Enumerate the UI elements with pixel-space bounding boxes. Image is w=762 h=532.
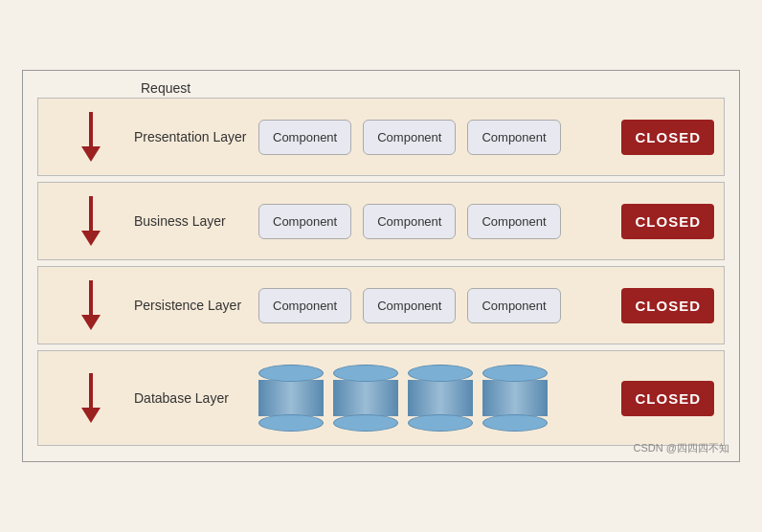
watermark: CSDN @四四四不知 <box>634 441 729 455</box>
component-box: Component <box>467 204 560 239</box>
arrow-line <box>89 373 93 408</box>
component-box: Component <box>467 120 560 155</box>
cylinder-body <box>482 380 548 416</box>
database-cylinders: CLOSED <box>258 365 714 432</box>
arrow-line <box>89 280 93 315</box>
cylinder-bottom <box>258 414 324 432</box>
presentation-components: Component Component Component CLOSED <box>258 120 714 155</box>
cylinder-top <box>482 365 548 382</box>
cylinder-3 <box>408 365 473 432</box>
arrow-head <box>81 315 101 330</box>
arrow-down-database <box>81 373 101 423</box>
cylinder-4 <box>482 365 548 432</box>
closed-badge-database: CLOSED <box>621 381 714 416</box>
cylinder-top <box>333 365 398 382</box>
component-box: Component <box>363 120 456 155</box>
arrow-col-presentation <box>48 112 134 162</box>
arrow-head <box>81 146 101 162</box>
cylinder-2 <box>333 365 398 432</box>
persistence-components: Component Component Component CLOSED <box>258 288 714 323</box>
component-box: Component <box>363 204 456 239</box>
component-box: Component <box>363 288 456 323</box>
cylinder-body <box>408 380 473 416</box>
closed-badge-presentation: CLOSED <box>621 120 714 155</box>
arrow-col-business <box>48 196 134 246</box>
component-box: Component <box>258 120 351 155</box>
cylinder-bottom <box>408 414 473 432</box>
arrow-down-presentation <box>81 112 101 162</box>
arrow-col-database <box>48 373 134 423</box>
component-box: Component <box>258 204 351 239</box>
closed-badge-business: CLOSED <box>621 204 714 239</box>
closed-badge-persistence: CLOSED <box>621 288 714 323</box>
persistence-layer: Persistence Layer Component Component Co… <box>37 266 725 344</box>
presentation-layer: Presentation Layer Component Component C… <box>37 98 725 176</box>
request-label: Request <box>141 80 725 96</box>
component-box: Component <box>258 288 351 323</box>
arrow-line <box>89 196 93 231</box>
cylinder-body <box>258 380 324 416</box>
database-layer-label: Database Layer <box>134 390 258 406</box>
cylinder-body <box>333 380 398 416</box>
presentation-layer-label: Presentation Layer <box>134 129 258 144</box>
cylinder-bottom <box>333 414 398 432</box>
diagram-container: Request Presentation Layer Component Com… <box>22 70 740 462</box>
persistence-layer-label: Persistence Layer <box>134 298 258 313</box>
business-layer-label: Business Layer <box>134 213 258 229</box>
cylinder-1 <box>258 365 324 432</box>
arrow-line <box>89 112 93 146</box>
arrow-col-persistence <box>48 280 134 330</box>
arrow-down-persistence <box>81 280 101 330</box>
business-layer: Business Layer Component Component Compo… <box>37 182 725 260</box>
component-box: Component <box>467 288 560 323</box>
database-layer: Database Layer CLOSED <box>37 350 725 446</box>
arrow-down-business <box>81 196 101 246</box>
cylinder-top <box>258 365 324 382</box>
cylinder-top <box>408 365 473 382</box>
cylinder-bottom <box>482 414 548 432</box>
arrow-head <box>81 408 101 423</box>
business-components: Component Component Component CLOSED <box>258 204 714 239</box>
arrow-head <box>81 231 101 246</box>
